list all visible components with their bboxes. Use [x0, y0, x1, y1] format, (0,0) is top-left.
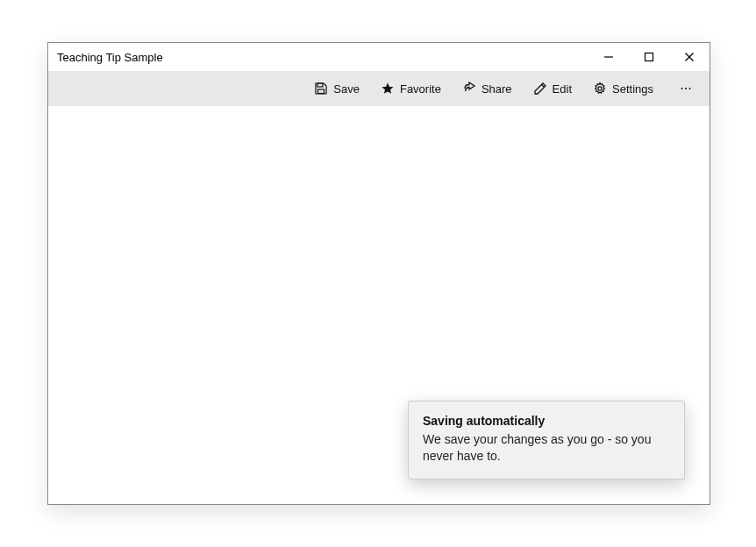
teaching-tip-title: Saving automatically	[423, 414, 670, 428]
window-title: Teaching Tip Sample	[57, 51, 163, 64]
favorite-button[interactable]: Favorite	[372, 77, 450, 100]
maximize-button[interactable]	[629, 43, 669, 71]
gear-icon	[593, 82, 607, 96]
minimize-icon	[603, 52, 614, 62]
teaching-tip-body: We save your changes as you go - so you …	[423, 431, 670, 465]
settings-button[interactable]: Settings	[584, 77, 662, 100]
content-area: Saving automatically We save your change…	[48, 106, 710, 504]
settings-label: Settings	[612, 82, 653, 96]
svg-rect-5	[318, 89, 325, 94]
command-bar: Save Favorite Share Edit Settings	[48, 71, 710, 106]
star-icon	[381, 82, 395, 96]
maximize-icon	[644, 52, 654, 62]
edit-label: Edit	[553, 82, 572, 96]
edit-button[interactable]: Edit	[524, 77, 581, 100]
save-button[interactable]: Save	[305, 77, 368, 100]
teaching-tip: Saving automatically We save your change…	[408, 401, 685, 480]
svg-point-8	[681, 88, 683, 89]
close-icon	[684, 52, 695, 62]
more-icon	[679, 82, 693, 96]
share-icon	[462, 82, 476, 96]
share-button[interactable]: Share	[453, 77, 521, 100]
favorite-label: Favorite	[400, 82, 441, 96]
more-button[interactable]	[671, 75, 701, 102]
svg-rect-1	[645, 53, 653, 61]
svg-point-7	[598, 87, 602, 90]
pencil-icon	[533, 82, 547, 96]
svg-point-9	[685, 88, 687, 89]
svg-point-10	[689, 88, 691, 89]
close-button[interactable]	[669, 43, 710, 71]
share-label: Share	[481, 82, 512, 96]
titlebar: Teaching Tip Sample	[48, 43, 710, 71]
save-icon	[314, 82, 328, 96]
app-window: Teaching Tip Sample Save Favorite	[47, 42, 710, 505]
svg-rect-4	[317, 83, 323, 87]
save-label: Save	[333, 82, 360, 96]
minimize-button[interactable]	[588, 43, 629, 71]
window-controls	[588, 43, 710, 71]
